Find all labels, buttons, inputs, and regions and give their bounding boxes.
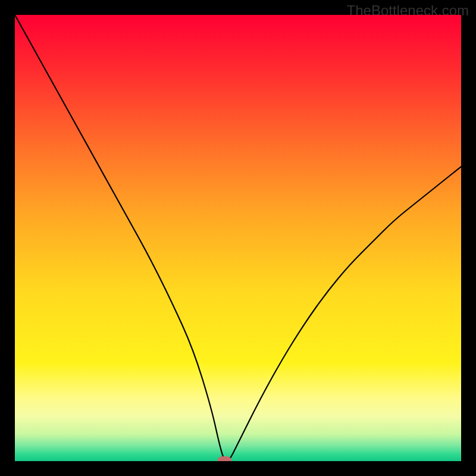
svg-rect-0 <box>15 15 461 461</box>
chart-frame: TheBottleneck.com <box>0 0 476 476</box>
chart-plot-area <box>15 15 461 461</box>
chart-svg <box>15 15 461 461</box>
